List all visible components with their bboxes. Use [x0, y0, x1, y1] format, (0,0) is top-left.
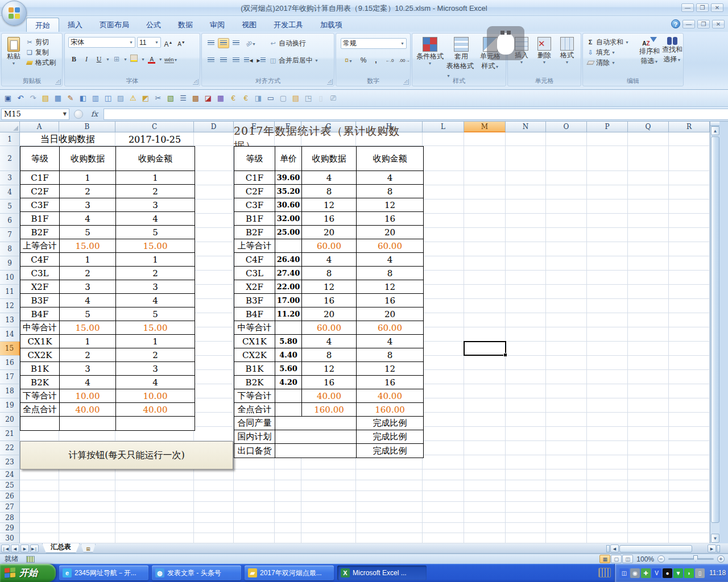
table-cell[interactable]: 3 [116, 198, 195, 212]
cell-R18[interactable] [669, 384, 710, 398]
cell-M8[interactable] [464, 242, 506, 256]
cell-A28[interactable] [20, 513, 59, 523]
cell-C24[interactable] [115, 469, 194, 480]
horizontal-scroll-thumb[interactable] [619, 545, 692, 552]
cell-B25[interactable] [59, 480, 115, 491]
cell-Q2[interactable] [628, 146, 669, 171]
prev-sheet-button[interactable]: ◀ [11, 544, 19, 552]
cell-N4[interactable] [506, 185, 546, 199]
cell-P28[interactable] [587, 513, 628, 523]
table-cell[interactable]: 4 [116, 294, 195, 307]
cell-M22[interactable] [464, 441, 506, 455]
cell-Q10[interactable] [628, 271, 669, 285]
cell-P23[interactable] [587, 455, 628, 469]
cell-N17[interactable] [506, 370, 546, 384]
table-cell[interactable]: X2F [20, 280, 60, 294]
cell-D8[interactable] [194, 242, 234, 256]
cell-P11[interactable] [587, 285, 628, 299]
font-color-button[interactable]: A [146, 54, 158, 64]
cell-D2[interactable] [194, 146, 234, 171]
cell-A29[interactable] [20, 523, 59, 533]
workbook-minimize-button[interactable]: — [682, 20, 695, 28]
cell-M13[interactable] [464, 313, 506, 327]
audio-icon[interactable]: ◉ [630, 568, 640, 578]
cell-D15[interactable] [194, 342, 234, 356]
cell-H30[interactable] [356, 533, 423, 543]
table-cell[interactable]: 3 [116, 362, 195, 376]
table-cell[interactable]: B3F [234, 294, 275, 307]
cell-G27[interactable] [301, 502, 356, 513]
shield-360-icon[interactable]: ▼ [673, 568, 683, 578]
cell-P6[interactable] [587, 214, 628, 228]
print-icon[interactable]: ⎚ [328, 93, 339, 104]
redo-icon[interactable]: ↷ [27, 93, 39, 104]
cell-H28[interactable] [356, 513, 423, 523]
cell-P2[interactable] [587, 146, 628, 171]
cell-N26[interactable] [506, 491, 546, 502]
table-cell[interactable]: 16 [302, 294, 357, 307]
pattern-fill-icon[interactable]: ▩ [190, 93, 201, 104]
row-header-2[interactable]: 2 [0, 146, 20, 171]
cell-R26[interactable] [669, 491, 710, 502]
cell-N10[interactable] [506, 271, 546, 285]
column-header-L[interactable]: L [423, 122, 464, 132]
cell-O14[interactable] [546, 327, 587, 342]
table-cell[interactable]: 20 [302, 226, 357, 239]
cell-R23[interactable] [669, 455, 710, 469]
cell-F27[interactable] [275, 502, 301, 513]
cell-Q13[interactable] [628, 313, 669, 327]
cell-Q24[interactable] [628, 469, 669, 480]
cell-L26[interactable] [423, 491, 464, 502]
cell-P8[interactable] [587, 242, 628, 256]
cell-M1[interactable] [464, 132, 506, 146]
align-bottom-button[interactable] [230, 38, 242, 48]
cell-C29[interactable] [115, 523, 194, 533]
table-cell[interactable]: 全点合计 [234, 403, 275, 417]
cell-D12[interactable] [194, 299, 234, 313]
cell-F24[interactable] [275, 469, 301, 480]
cell-L30[interactable] [423, 533, 464, 543]
wrap-text-button[interactable]: ↩自动换行 [269, 38, 306, 48]
cell-O4[interactable] [546, 185, 587, 199]
toggle-grid-icon[interactable]: ▦ [52, 93, 64, 104]
selected-cell-M15[interactable] [464, 341, 506, 356]
cell-L14[interactable] [423, 327, 464, 342]
cell-N21[interactable] [506, 427, 546, 441]
comma-style-button[interactable]: , [370, 55, 382, 65]
cell-P13[interactable] [587, 313, 628, 327]
cell-L13[interactable] [423, 313, 464, 327]
column-header-C[interactable]: C [115, 122, 194, 132]
cell-P9[interactable] [587, 256, 628, 271]
fx-icon[interactable]: fx [91, 110, 98, 118]
merge-center-button[interactable]: ◫合并后居中▼ [269, 55, 318, 65]
table-cell[interactable]: C3L [234, 267, 275, 280]
column-header-O[interactable]: O [546, 122, 587, 132]
thunder-icon[interactable]: V [652, 568, 661, 578]
cell-N18[interactable] [506, 384, 546, 398]
left-table-date[interactable]: 2017-10-25 [115, 132, 194, 146]
font-size-select[interactable]: 11▼ [137, 37, 161, 48]
protect-sheet-icon[interactable]: ◩ [140, 93, 151, 104]
cell-H26[interactable] [356, 491, 423, 502]
cell-O30[interactable] [546, 533, 587, 543]
cell-Q15[interactable] [628, 342, 669, 356]
horizontal-scrollbar[interactable]: ◀ ▶ [606, 544, 720, 552]
cell-L20[interactable] [423, 413, 464, 427]
cell-L2[interactable] [423, 146, 464, 171]
table-cell[interactable]: C3F [20, 198, 60, 212]
cell-N1[interactable] [506, 132, 546, 146]
cell-N23[interactable] [506, 455, 546, 469]
usb-device-icon[interactable]: ▯ [695, 568, 705, 578]
cell-D5[interactable] [194, 199, 234, 214]
cell-L4[interactable] [423, 185, 464, 199]
table-cell[interactable]: 1 [116, 335, 195, 348]
cell-M2[interactable] [464, 146, 506, 171]
table-cell[interactable]: 35.20 [275, 185, 302, 198]
cell-N7[interactable] [506, 228, 546, 242]
cell-R8[interactable] [669, 242, 710, 256]
cell-R11[interactable] [669, 285, 710, 299]
cell-B26[interactable] [59, 491, 115, 502]
table-cell[interactable] [275, 321, 302, 335]
cell-P24[interactable] [587, 469, 628, 480]
cell-R22[interactable] [669, 441, 710, 455]
